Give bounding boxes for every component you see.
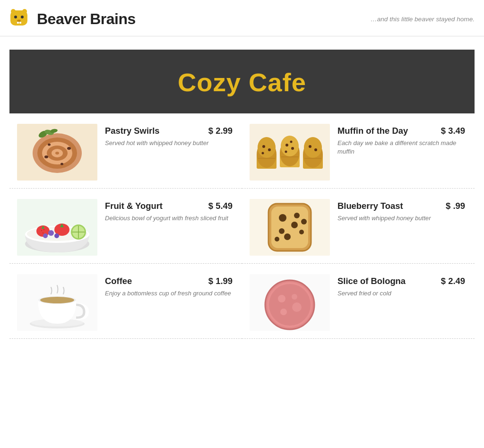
- toast-price: $ .99: [446, 201, 465, 211]
- pastry-swirls-name: Pastry Swirls: [105, 126, 160, 136]
- coffee-image: [17, 274, 97, 331]
- svg-point-25: [258, 137, 276, 158]
- svg-point-83: [269, 284, 311, 326]
- toast-info: Blueberry Toast $ .99 Served with whippe…: [337, 199, 465, 223]
- menu-item-yogurt: Fruit & Yogurt $ 5.49 Delicious bowl of …: [9, 189, 242, 264]
- muffin-info: Muffin of the Day $ 3.49 Each day we bak…: [337, 124, 465, 156]
- svg-point-5: [17, 20, 21, 22]
- svg-point-26: [262, 145, 265, 148]
- menu-item-toast: Blueberry Toast $ .99 Served with whippe…: [242, 189, 475, 264]
- pastry-swirls-image: [17, 124, 97, 181]
- svg-point-39: [309, 145, 311, 148]
- svg-point-4: [21, 16, 24, 18]
- svg-point-59: [41, 230, 42, 231]
- yogurt-price: $ 5.49: [208, 201, 233, 211]
- svg-point-3: [14, 16, 17, 18]
- yogurt-info: Fruit & Yogurt $ 5.49 Delicious bowl of …: [105, 199, 233, 223]
- toast-desc: Served with whipped honey butter: [337, 214, 465, 223]
- cafe-title: Cozy Cafe: [9, 68, 475, 97]
- bologna-image: [250, 274, 330, 331]
- menu-grid: Pastry Swirls $ 2.99 Served hot with whi…: [9, 113, 475, 339]
- bologna-info: Slice of Bologna $ 2.49 Served fried or …: [337, 274, 465, 298]
- svg-point-67: [279, 228, 285, 234]
- muffin-name: Muffin of the Day: [337, 126, 408, 136]
- svg-rect-6: [17, 22, 19, 24]
- svg-point-17: [60, 163, 63, 165]
- pastry-swirls-info: Pastry Swirls $ 2.99 Served hot with whi…: [105, 124, 233, 147]
- svg-point-86: [280, 309, 287, 315]
- pastry-swirls-price: $ 2.99: [208, 126, 233, 136]
- svg-point-33: [291, 147, 294, 150]
- svg-point-35: [290, 141, 293, 143]
- svg-point-56: [48, 230, 54, 236]
- svg-point-87: [292, 294, 297, 300]
- coffee-desc: Enjoy a bottomless cup of fresh ground c…: [105, 289, 233, 298]
- bologna-name: Slice of Bologna: [337, 276, 406, 286]
- svg-point-28: [262, 152, 264, 155]
- site-title: Beaver Brains: [37, 10, 136, 28]
- svg-point-40: [314, 148, 317, 151]
- svg-point-84: [278, 295, 285, 302]
- svg-point-27: [268, 148, 271, 151]
- menu-item-pastry-swirls: Pastry Swirls $ 2.99 Served hot with whi…: [9, 113, 242, 189]
- site-header: Beaver Brains …and this little beaver st…: [0, 0, 484, 36]
- pastry-swirls-desc: Served hot with whipped honey butter: [105, 139, 233, 147]
- svg-point-31: [281, 136, 299, 156]
- coffee-name: Coffee: [105, 276, 132, 286]
- svg-point-71: [275, 237, 279, 241]
- svg-point-66: [291, 222, 298, 228]
- svg-point-72: [301, 219, 307, 224]
- svg-point-2: [22, 9, 27, 14]
- svg-point-32: [285, 144, 288, 146]
- svg-point-61: [43, 233, 43, 233]
- muffin-price: $ 3.49: [441, 126, 465, 136]
- svg-point-60: [43, 229, 44, 230]
- coffee-price: $ 1.99: [208, 276, 233, 286]
- svg-point-70: [299, 230, 304, 234]
- svg-point-34: [285, 151, 287, 153]
- site-tagline: …and this little beaver stayed home.: [371, 16, 475, 23]
- svg-point-68: [294, 213, 300, 218]
- svg-point-85: [292, 302, 302, 312]
- svg-point-69: [284, 233, 291, 240]
- toast-image: [250, 199, 330, 256]
- coffee-info: Coffee $ 1.99 Enjoy a bottomless cup of …: [105, 274, 233, 298]
- svg-point-58: [43, 233, 48, 238]
- muffin-image: [250, 124, 330, 181]
- menu-item-bologna: Slice of Bologna $ 2.49 Served fried or …: [242, 264, 475, 339]
- svg-point-1: [11, 9, 16, 14]
- yogurt-desc: Delicious bowl of yogurt with fresh slic…: [105, 214, 233, 223]
- muffin-desc: Each day we bake a different scratch mad…: [337, 139, 465, 156]
- yogurt-image: [17, 199, 97, 256]
- logo-area: Beaver Brains: [7, 7, 136, 31]
- yogurt-name: Fruit & Yogurt: [105, 201, 163, 211]
- svg-point-65: [279, 214, 286, 222]
- svg-point-14: [55, 152, 59, 155]
- bologna-desc: Served fried or cold: [337, 289, 465, 298]
- svg-point-16: [44, 155, 48, 158]
- toast-name: Blueberry Toast: [337, 201, 403, 211]
- svg-point-38: [304, 137, 322, 158]
- svg-point-79: [40, 297, 74, 303]
- menu-item-muffin: Muffin of the Day $ 3.49 Each day we bak…: [242, 113, 475, 189]
- svg-point-18: [48, 144, 51, 146]
- svg-rect-64: [271, 207, 308, 248]
- svg-point-15: [67, 147, 71, 150]
- bologna-price: $ 2.49: [441, 276, 465, 286]
- beaver-logo-icon: [7, 7, 31, 31]
- svg-rect-7: [19, 22, 21, 24]
- svg-point-57: [54, 233, 59, 238]
- menu-item-coffee: Coffee $ 1.99 Enjoy a bottomless cup of …: [9, 264, 242, 339]
- cafe-banner: Cozy Cafe: [9, 50, 475, 113]
